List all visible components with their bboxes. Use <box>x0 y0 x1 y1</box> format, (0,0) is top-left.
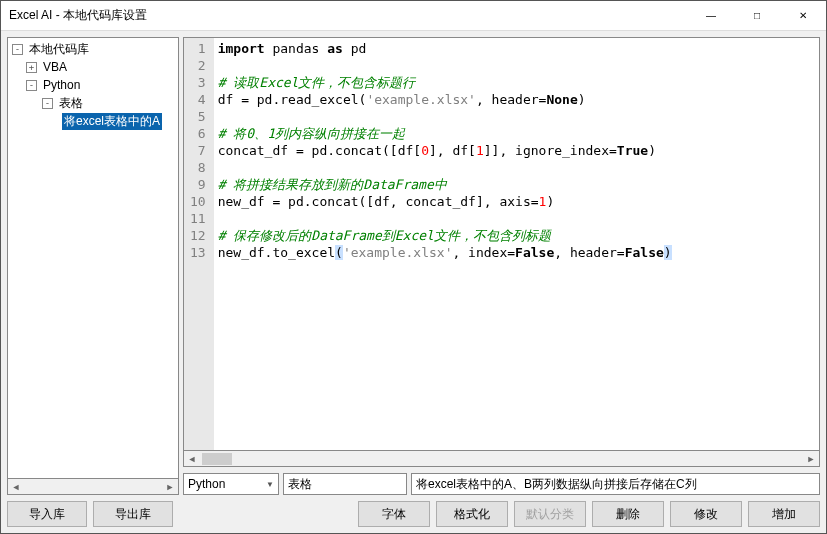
format-button[interactable]: 格式化 <box>436 501 508 527</box>
modify-button[interactable]: 修改 <box>670 501 742 527</box>
description-value: 将excel表格中的A、B两列数据纵向拼接后存储在C列 <box>416 476 697 493</box>
tree-item-tables[interactable]: - 表格 <box>8 94 178 112</box>
app-window: Excel AI - 本地代码库设置 — □ ✕ - 本地代码库 + VBA -… <box>0 0 827 534</box>
scroll-thumb[interactable] <box>202 453 232 465</box>
editor-h-scrollbar[interactable]: ◄ ► <box>183 451 820 467</box>
collapse-icon[interactable]: - <box>12 44 23 55</box>
left-panel: - 本地代码库 + VBA - Python - 表格 将excel表格中的A <box>7 37 179 495</box>
scroll-right-icon[interactable]: ► <box>162 479 178 494</box>
window-controls: — □ ✕ <box>688 1 826 31</box>
tree-item-selected[interactable]: 将excel表格中的A <box>8 112 178 130</box>
chevron-down-icon: ▼ <box>266 480 274 489</box>
font-button[interactable]: 字体 <box>358 501 430 527</box>
category-value: 表格 <box>288 476 312 493</box>
language-value: Python <box>188 477 225 491</box>
tree-item-vba[interactable]: + VBA <box>8 58 178 76</box>
delete-button[interactable]: 删除 <box>592 501 664 527</box>
expand-icon[interactable]: + <box>26 62 37 73</box>
import-button[interactable]: 导入库 <box>7 501 87 527</box>
right-panel: 12345678910111213 import pandas as pd# 读… <box>183 37 820 495</box>
minimize-button[interactable]: — <box>688 1 734 31</box>
window-title: Excel AI - 本地代码库设置 <box>9 7 688 24</box>
export-button[interactable]: 导出库 <box>93 501 173 527</box>
tree-root[interactable]: - 本地代码库 <box>8 40 178 58</box>
close-button[interactable]: ✕ <box>780 1 826 31</box>
footer-spacer <box>179 501 352 527</box>
code-area[interactable]: import pandas as pd# 读取Excel文件，不包含标题行df … <box>214 38 819 450</box>
code-tree[interactable]: - 本地代码库 + VBA - Python - 表格 将excel表格中的A <box>7 37 179 479</box>
description-input[interactable]: 将excel表格中的A、B两列数据纵向拼接后存储在C列 <box>411 473 820 495</box>
category-input[interactable]: 表格 <box>283 473 407 495</box>
tree-label-vba: VBA <box>41 60 69 74</box>
language-select[interactable]: Python ▼ <box>183 473 279 495</box>
titlebar: Excel AI - 本地代码库设置 — □ ✕ <box>1 1 826 31</box>
collapse-icon[interactable]: - <box>26 80 37 91</box>
scroll-left-icon[interactable]: ◄ <box>184 454 200 464</box>
scroll-right-icon[interactable]: ► <box>803 454 819 464</box>
tree-item-python[interactable]: - Python <box>8 76 178 94</box>
code-editor[interactable]: 12345678910111213 import pandas as pd# 读… <box>183 37 820 451</box>
line-gutter: 12345678910111213 <box>184 38 214 450</box>
tree-h-scrollbar[interactable]: ◄ ► <box>7 479 179 495</box>
scroll-left-icon[interactable]: ◄ <box>8 479 24 494</box>
maximize-button[interactable]: □ <box>734 1 780 31</box>
add-button[interactable]: 增加 <box>748 501 820 527</box>
body: - 本地代码库 + VBA - Python - 表格 将excel表格中的A <box>1 31 826 495</box>
tree-label-tables: 表格 <box>57 95 85 112</box>
default-category-button[interactable]: 默认分类 <box>514 501 586 527</box>
footer: 导入库 导出库 字体 格式化 默认分类 删除 修改 增加 <box>1 495 826 533</box>
tree-label-selected: 将excel表格中的A <box>62 113 162 130</box>
input-row: Python ▼ 表格 将excel表格中的A、B两列数据纵向拼接后存储在C列 <box>183 473 820 495</box>
collapse-icon[interactable]: - <box>42 98 53 109</box>
tree-label-python: Python <box>41 78 82 92</box>
tree-label-root: 本地代码库 <box>27 41 91 58</box>
